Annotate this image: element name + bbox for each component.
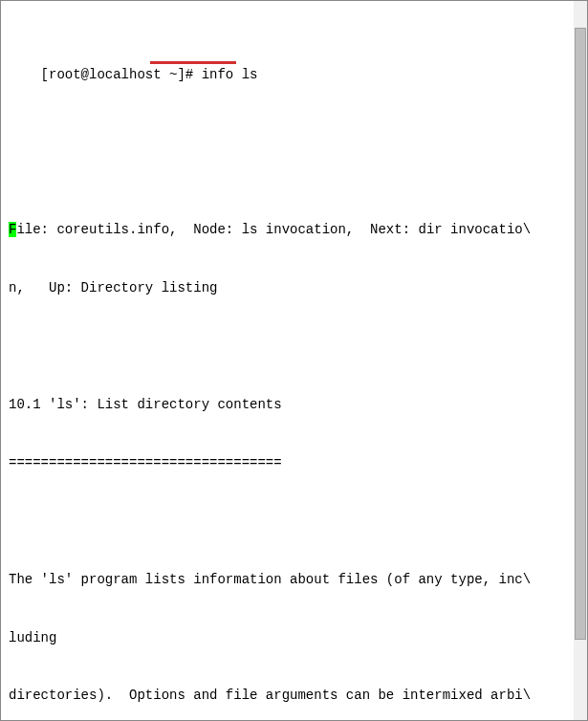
body-text: directories). Options and file arguments… bbox=[9, 686, 579, 705]
header-text: ile: coreutils.info, Node: ls invocation… bbox=[16, 222, 531, 237]
command-prompt-line: [root@localhost ~]# info ls bbox=[9, 46, 579, 123]
info-header-line: File: coreutils.info, Node: ls invocatio… bbox=[9, 220, 579, 239]
annotation-underline bbox=[150, 61, 236, 64]
blank-line bbox=[9, 337, 579, 356]
scrollbar-track[interactable] bbox=[574, 1, 587, 720]
blank-line bbox=[9, 162, 579, 181]
blank-line bbox=[9, 512, 579, 531]
info-header-line-2: n, Up: Directory listing bbox=[9, 278, 579, 297]
section-underline: ================================== bbox=[9, 453, 579, 472]
entered-command: info ls bbox=[193, 67, 257, 82]
body-text: The 'ls' program lists information about… bbox=[9, 570, 579, 589]
shell-prompt: [root@localhost ~]# bbox=[41, 67, 194, 82]
section-title: 10.1 'ls': List directory contents bbox=[9, 395, 579, 414]
body-text: luding bbox=[9, 628, 579, 647]
scrollbar-thumb[interactable] bbox=[575, 28, 586, 640]
terminal-viewport[interactable]: [root@localhost ~]# info ls File: coreut… bbox=[1, 1, 587, 721]
